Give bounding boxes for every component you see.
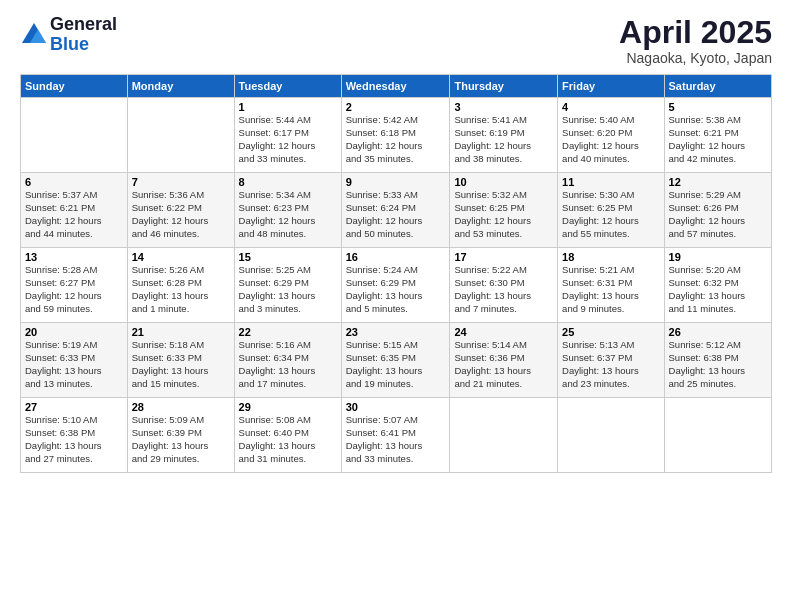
day-info: Sunrise: 5:15 AMSunset: 6:35 PMDaylight:…	[346, 339, 423, 388]
day-number: 16	[346, 251, 446, 263]
calendar-cell: 10 Sunrise: 5:32 AMSunset: 6:25 PMDaylig…	[450, 173, 558, 248]
day-number: 20	[25, 326, 123, 338]
day-number: 23	[346, 326, 446, 338]
calendar-cell: 4 Sunrise: 5:40 AMSunset: 6:20 PMDayligh…	[558, 98, 664, 173]
day-number: 18	[562, 251, 659, 263]
calendar-cell: 29 Sunrise: 5:08 AMSunset: 6:40 PMDaylig…	[234, 398, 341, 473]
day-number: 11	[562, 176, 659, 188]
header-thursday: Thursday	[450, 75, 558, 98]
day-info: Sunrise: 5:33 AMSunset: 6:24 PMDaylight:…	[346, 189, 423, 238]
day-info: Sunrise: 5:09 AMSunset: 6:39 PMDaylight:…	[132, 414, 209, 463]
header-sunday: Sunday	[21, 75, 128, 98]
calendar-cell: 16 Sunrise: 5:24 AMSunset: 6:29 PMDaylig…	[341, 248, 450, 323]
day-number: 2	[346, 101, 446, 113]
logo: General Blue	[20, 15, 117, 55]
header-friday: Friday	[558, 75, 664, 98]
day-info: Sunrise: 5:40 AMSunset: 6:20 PMDaylight:…	[562, 114, 639, 163]
day-info: Sunrise: 5:12 AMSunset: 6:38 PMDaylight:…	[669, 339, 746, 388]
calendar-cell: 6 Sunrise: 5:37 AMSunset: 6:21 PMDayligh…	[21, 173, 128, 248]
day-info: Sunrise: 5:16 AMSunset: 6:34 PMDaylight:…	[239, 339, 316, 388]
calendar-cell: 18 Sunrise: 5:21 AMSunset: 6:31 PMDaylig…	[558, 248, 664, 323]
calendar-week-row: 20 Sunrise: 5:19 AMSunset: 6:33 PMDaylig…	[21, 323, 772, 398]
day-info: Sunrise: 5:28 AMSunset: 6:27 PMDaylight:…	[25, 264, 102, 313]
day-number: 25	[562, 326, 659, 338]
day-number: 15	[239, 251, 337, 263]
logo-general-text: General	[50, 15, 117, 35]
calendar-header-row: Sunday Monday Tuesday Wednesday Thursday…	[21, 75, 772, 98]
calendar-cell	[450, 398, 558, 473]
day-info: Sunrise: 5:29 AMSunset: 6:26 PMDaylight:…	[669, 189, 746, 238]
day-number: 7	[132, 176, 230, 188]
day-info: Sunrise: 5:07 AMSunset: 6:41 PMDaylight:…	[346, 414, 423, 463]
logo-blue-text: Blue	[50, 35, 117, 55]
day-number: 28	[132, 401, 230, 413]
day-number: 30	[346, 401, 446, 413]
day-info: Sunrise: 5:26 AMSunset: 6:28 PMDaylight:…	[132, 264, 209, 313]
calendar-cell	[21, 98, 128, 173]
day-number: 14	[132, 251, 230, 263]
header-wednesday: Wednesday	[341, 75, 450, 98]
day-number: 3	[454, 101, 553, 113]
day-number: 4	[562, 101, 659, 113]
calendar-cell: 27 Sunrise: 5:10 AMSunset: 6:38 PMDaylig…	[21, 398, 128, 473]
location: Nagaoka, Kyoto, Japan	[619, 50, 772, 66]
title-block: April 2025 Nagaoka, Kyoto, Japan	[619, 15, 772, 66]
day-number: 5	[669, 101, 767, 113]
day-number: 6	[25, 176, 123, 188]
calendar-cell: 8 Sunrise: 5:34 AMSunset: 6:23 PMDayligh…	[234, 173, 341, 248]
day-info: Sunrise: 5:34 AMSunset: 6:23 PMDaylight:…	[239, 189, 316, 238]
day-number: 13	[25, 251, 123, 263]
day-number: 24	[454, 326, 553, 338]
day-number: 8	[239, 176, 337, 188]
calendar-cell: 1 Sunrise: 5:44 AMSunset: 6:17 PMDayligh…	[234, 98, 341, 173]
calendar: Sunday Monday Tuesday Wednesday Thursday…	[20, 74, 772, 473]
day-info: Sunrise: 5:18 AMSunset: 6:33 PMDaylight:…	[132, 339, 209, 388]
day-number: 22	[239, 326, 337, 338]
calendar-cell	[664, 398, 771, 473]
calendar-cell: 25 Sunrise: 5:13 AMSunset: 6:37 PMDaylig…	[558, 323, 664, 398]
calendar-cell: 30 Sunrise: 5:07 AMSunset: 6:41 PMDaylig…	[341, 398, 450, 473]
calendar-cell	[127, 98, 234, 173]
day-info: Sunrise: 5:41 AMSunset: 6:19 PMDaylight:…	[454, 114, 531, 163]
calendar-week-row: 6 Sunrise: 5:37 AMSunset: 6:21 PMDayligh…	[21, 173, 772, 248]
day-info: Sunrise: 5:13 AMSunset: 6:37 PMDaylight:…	[562, 339, 639, 388]
calendar-cell	[558, 398, 664, 473]
day-info: Sunrise: 5:14 AMSunset: 6:36 PMDaylight:…	[454, 339, 531, 388]
day-info: Sunrise: 5:36 AMSunset: 6:22 PMDaylight:…	[132, 189, 209, 238]
calendar-cell: 2 Sunrise: 5:42 AMSunset: 6:18 PMDayligh…	[341, 98, 450, 173]
day-info: Sunrise: 5:10 AMSunset: 6:38 PMDaylight:…	[25, 414, 102, 463]
calendar-cell: 11 Sunrise: 5:30 AMSunset: 6:25 PMDaylig…	[558, 173, 664, 248]
calendar-cell: 3 Sunrise: 5:41 AMSunset: 6:19 PMDayligh…	[450, 98, 558, 173]
calendar-cell: 13 Sunrise: 5:28 AMSunset: 6:27 PMDaylig…	[21, 248, 128, 323]
day-info: Sunrise: 5:19 AMSunset: 6:33 PMDaylight:…	[25, 339, 102, 388]
day-number: 12	[669, 176, 767, 188]
calendar-cell: 21 Sunrise: 5:18 AMSunset: 6:33 PMDaylig…	[127, 323, 234, 398]
calendar-week-row: 27 Sunrise: 5:10 AMSunset: 6:38 PMDaylig…	[21, 398, 772, 473]
calendar-cell: 15 Sunrise: 5:25 AMSunset: 6:29 PMDaylig…	[234, 248, 341, 323]
day-info: Sunrise: 5:22 AMSunset: 6:30 PMDaylight:…	[454, 264, 531, 313]
day-number: 29	[239, 401, 337, 413]
day-info: Sunrise: 5:25 AMSunset: 6:29 PMDaylight:…	[239, 264, 316, 313]
day-number: 26	[669, 326, 767, 338]
calendar-cell: 5 Sunrise: 5:38 AMSunset: 6:21 PMDayligh…	[664, 98, 771, 173]
header-saturday: Saturday	[664, 75, 771, 98]
day-info: Sunrise: 5:08 AMSunset: 6:40 PMDaylight:…	[239, 414, 316, 463]
calendar-cell: 26 Sunrise: 5:12 AMSunset: 6:38 PMDaylig…	[664, 323, 771, 398]
day-info: Sunrise: 5:42 AMSunset: 6:18 PMDaylight:…	[346, 114, 423, 163]
day-number: 10	[454, 176, 553, 188]
day-number: 9	[346, 176, 446, 188]
day-number: 21	[132, 326, 230, 338]
day-info: Sunrise: 5:20 AMSunset: 6:32 PMDaylight:…	[669, 264, 746, 313]
calendar-cell: 28 Sunrise: 5:09 AMSunset: 6:39 PMDaylig…	[127, 398, 234, 473]
header-monday: Monday	[127, 75, 234, 98]
day-number: 27	[25, 401, 123, 413]
calendar-cell: 9 Sunrise: 5:33 AMSunset: 6:24 PMDayligh…	[341, 173, 450, 248]
calendar-week-row: 13 Sunrise: 5:28 AMSunset: 6:27 PMDaylig…	[21, 248, 772, 323]
calendar-cell: 22 Sunrise: 5:16 AMSunset: 6:34 PMDaylig…	[234, 323, 341, 398]
calendar-cell: 14 Sunrise: 5:26 AMSunset: 6:28 PMDaylig…	[127, 248, 234, 323]
calendar-cell: 17 Sunrise: 5:22 AMSunset: 6:30 PMDaylig…	[450, 248, 558, 323]
calendar-cell: 23 Sunrise: 5:15 AMSunset: 6:35 PMDaylig…	[341, 323, 450, 398]
calendar-cell: 12 Sunrise: 5:29 AMSunset: 6:26 PMDaylig…	[664, 173, 771, 248]
day-info: Sunrise: 5:38 AMSunset: 6:21 PMDaylight:…	[669, 114, 746, 163]
logo-icon	[20, 21, 48, 49]
